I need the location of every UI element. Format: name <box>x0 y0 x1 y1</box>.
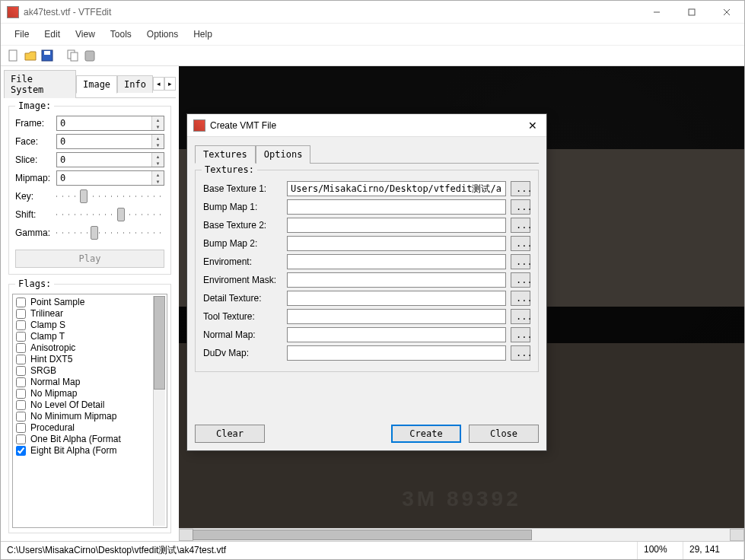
slider-1[interactable] <box>56 207 164 222</box>
flag-item[interactable]: No Mipmap <box>14 388 153 399</box>
spin-down-icon[interactable]: ▼ <box>152 160 164 167</box>
menu-help[interactable]: Help <box>186 27 220 42</box>
spin-up-icon[interactable]: ▲ <box>152 135 164 142</box>
browse-button-5[interactable]: ... <box>511 272 530 288</box>
flag-checkbox[interactable] <box>16 343 26 353</box>
flag-item[interactable]: Anisotropic <box>14 342 153 353</box>
browse-button-0[interactable]: ... <box>511 181 530 196</box>
flag-checkbox[interactable] <box>16 309 26 319</box>
flag-item[interactable]: Procedural <box>14 422 153 433</box>
menu-file[interactable]: File <box>7 27 37 42</box>
flag-checkbox[interactable] <box>16 400 26 410</box>
browse-button-6[interactable]: ... <box>511 291 530 306</box>
spin-down-icon[interactable]: ▼ <box>152 178 164 185</box>
menu-options[interactable]: Options <box>139 27 186 42</box>
dialog-titlebar[interactable]: Create VMT File ✕ <box>187 114 546 137</box>
tab-scroll-right[interactable]: ▸ <box>164 77 176 91</box>
texture-input-4[interactable] <box>287 254 506 269</box>
menu-edit[interactable]: Edit <box>37 27 68 42</box>
tab-image[interactable]: Image <box>76 75 117 94</box>
image-field-input[interactable] <box>57 135 151 148</box>
flag-item[interactable]: Clamp S <box>14 320 153 330</box>
maximize-button[interactable] <box>674 1 709 24</box>
paste-icon[interactable] <box>83 49 97 62</box>
image-field-spinner-1[interactable]: ▲▼ <box>56 134 164 149</box>
image-field-input[interactable] <box>57 116 151 130</box>
menu-view[interactable]: View <box>68 27 103 42</box>
flag-item[interactable]: No Level Of Detail <box>14 399 153 410</box>
texture-input-6[interactable] <box>287 291 506 306</box>
texture-input-5[interactable] <box>287 272 506 288</box>
new-icon[interactable] <box>7 49 21 62</box>
menu-tools[interactable]: Tools <box>103 27 139 42</box>
image-field-spinner-0[interactable]: ▲▼ <box>56 116 164 131</box>
browse-button-8[interactable]: ... <box>511 327 530 342</box>
clear-button[interactable]: Clear <box>195 425 265 443</box>
create-vmt-dialog: Create VMT File ✕ Textures Options Textu… <box>186 113 547 451</box>
flag-checkbox[interactable] <box>16 412 26 422</box>
slider-0[interactable] <box>56 189 164 204</box>
browse-button-7[interactable]: ... <box>511 309 530 324</box>
preview-horizontal-scrollbar[interactable] <box>179 528 744 541</box>
flags-list[interactable]: Point SampleTrilinearClamp SClamp TAniso… <box>12 294 167 528</box>
flag-checkbox[interactable] <box>16 434 26 444</box>
browse-button-4[interactable]: ... <box>511 254 530 269</box>
spin-down-icon[interactable]: ▼ <box>152 123 164 130</box>
texture-input-3[interactable] <box>287 236 506 251</box>
image-group: Image: Frame: ▲▼ Face: ▲▼ Slice: ▲▼ Mipm… <box>8 106 171 275</box>
browse-button-1[interactable]: ... <box>511 199 530 215</box>
slider-2[interactable] <box>56 225 164 240</box>
flag-item[interactable]: Normal Map <box>14 377 153 387</box>
texture-input-9[interactable] <box>287 345 506 361</box>
close-button-dialog[interactable]: Close <box>469 425 539 443</box>
flag-checkbox[interactable] <box>16 377 26 387</box>
flag-checkbox[interactable] <box>16 298 26 307</box>
browse-button-9[interactable]: ... <box>511 345 530 361</box>
image-field-spinner-3[interactable]: ▲▼ <box>56 170 164 186</box>
spin-up-icon[interactable]: ▲ <box>152 153 164 160</box>
texture-input-7[interactable] <box>287 309 506 324</box>
spin-up-icon[interactable]: ▲ <box>152 171 164 178</box>
flag-item[interactable]: Point Sample <box>14 297 153 307</box>
minimize-button[interactable] <box>639 1 674 24</box>
play-button[interactable]: Play <box>15 250 164 268</box>
dialog-tab-options[interactable]: Options <box>256 145 311 164</box>
flag-item[interactable]: No Minimum Mipmap <box>14 411 153 422</box>
create-button[interactable]: Create <box>391 425 461 443</box>
image-field-input[interactable] <box>57 171 151 185</box>
flag-checkbox[interactable] <box>16 423 26 433</box>
tab-file-system[interactable]: File System <box>4 70 76 98</box>
dialog-close-button[interactable]: ✕ <box>525 119 540 132</box>
flag-item[interactable]: One Bit Alpha (Format <box>14 434 153 444</box>
tab-info[interactable]: Info <box>117 75 153 93</box>
flag-item[interactable]: SRGB <box>14 365 153 376</box>
save-icon[interactable] <box>40 49 54 62</box>
flag-checkbox[interactable] <box>16 366 26 376</box>
texture-input-8[interactable] <box>287 327 506 342</box>
image-field-input[interactable] <box>57 153 151 167</box>
flags-scrollbar[interactable] <box>153 296 165 526</box>
browse-button-3[interactable]: ... <box>511 236 530 251</box>
close-button[interactable] <box>709 1 744 24</box>
spin-down-icon[interactable]: ▼ <box>152 142 164 148</box>
flag-checkbox[interactable] <box>16 389 26 399</box>
flag-item[interactable]: Trilinear <box>14 308 153 319</box>
texture-input-2[interactable] <box>287 218 506 233</box>
image-field-spinner-2[interactable]: ▲▼ <box>56 152 164 167</box>
tab-scroll-left[interactable]: ◂ <box>153 77 164 91</box>
side-tabs: File System Image Info ◂ ▸ <box>4 69 176 98</box>
copy-icon[interactable] <box>66 49 80 62</box>
open-icon[interactable] <box>24 49 37 62</box>
flag-checkbox[interactable] <box>16 332 26 342</box>
flag-checkbox[interactable] <box>16 320 26 330</box>
texture-input-0[interactable] <box>287 181 506 196</box>
flag-item[interactable]: Clamp T <box>14 331 153 342</box>
flag-item[interactable]: Hint DXT5 <box>14 354 153 364</box>
browse-button-2[interactable]: ... <box>511 218 530 233</box>
texture-input-1[interactable] <box>287 199 506 215</box>
flag-checkbox[interactable] <box>16 355 26 364</box>
flag-item[interactable]: Eight Bit Alpha (Form <box>14 445 153 456</box>
flag-checkbox[interactable] <box>16 446 26 456</box>
spin-up-icon[interactable]: ▲ <box>152 116 164 123</box>
dialog-tab-textures[interactable]: Textures <box>195 145 256 164</box>
